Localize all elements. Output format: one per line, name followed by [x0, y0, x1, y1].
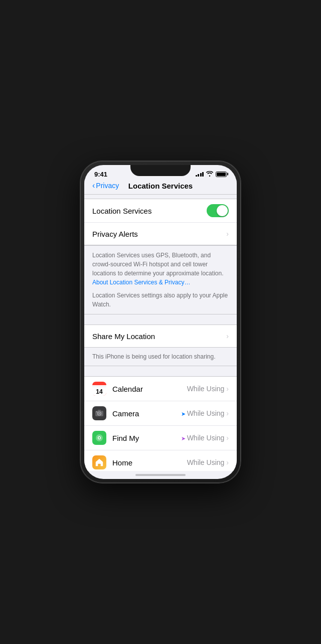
phone-screen: 9:41	[84, 165, 237, 479]
app-value-home: While Using	[187, 458, 225, 466]
share-my-location-row[interactable]: Share My Location ›	[84, 325, 237, 347]
status-icons	[196, 171, 227, 178]
privacy-alerts-label: Privacy Alerts	[92, 230, 226, 238]
app-label-camera: Camera	[112, 409, 181, 418]
app-label-findmy: Find My	[112, 434, 181, 442]
app-row-findmy[interactable]: Find My ➤While Using ›	[84, 426, 237, 450]
app-icon-home	[92, 455, 106, 469]
app-icon-camera	[92, 406, 106, 420]
app-chevron-findmy: ›	[226, 434, 229, 442]
app-value-findmy: ➤While Using	[181, 434, 225, 442]
app-chevron-camera: ›	[226, 409, 229, 417]
app-row-camera[interactable]: Camera ➤While Using ›	[84, 401, 237, 426]
svg-point-12	[99, 437, 100, 439]
app-chevron-home: ›	[226, 458, 229, 466]
status-time: 9:41	[94, 171, 107, 178]
app-label-home: Home	[112, 458, 187, 467]
toggle-thumb	[217, 205, 228, 216]
share-location-chevron: ›	[226, 332, 229, 340]
location-services-row[interactable]: Location Services	[84, 199, 237, 223]
share-location-group: Share My Location ›	[84, 325, 237, 348]
app-icon-calendar: 14	[92, 382, 106, 396]
back-chevron-icon: ‹	[92, 181, 95, 190]
location-services-group: Location Services Privacy Alerts ›	[84, 199, 237, 245]
app-icon-findmy	[92, 431, 106, 445]
apps-group: 14 Calendar While Using ›	[84, 376, 237, 471]
svg-text:14: 14	[96, 388, 103, 395]
phone-frame: 9:41	[80, 161, 241, 483]
battery-icon	[216, 172, 227, 177]
app-row-calendar[interactable]: 14 Calendar While Using ›	[84, 377, 237, 401]
description-text: Location Services uses GPS, Bluetooth, a…	[92, 251, 229, 287]
home-bar	[135, 474, 186, 476]
camera-location-icon: ➤	[181, 411, 186, 417]
content-area: Location Services Privacy Alerts › Locat…	[84, 195, 237, 471]
notch	[130, 165, 191, 176]
app-value-camera: ➤While Using	[181, 409, 225, 417]
sharing-note-text: This iPhone is being used for location s…	[92, 353, 215, 360]
wifi-icon	[206, 171, 213, 178]
app-label-calendar: Calendar	[112, 385, 187, 393]
nav-bar: ‹ Privacy Location Services	[84, 179, 237, 195]
app-row-home[interactable]: Home While Using ›	[84, 450, 237, 471]
privacy-alerts-row[interactable]: Privacy Alerts ›	[84, 223, 237, 245]
description-block: Location Services uses GPS, Bluetooth, a…	[84, 245, 237, 314]
location-services-toggle[interactable]	[207, 204, 229, 217]
sharing-note: This iPhone is being used for location s…	[84, 348, 237, 366]
signal-icon	[196, 172, 204, 177]
svg-rect-8	[98, 410, 101, 411]
svg-point-7	[98, 413, 100, 415]
about-link[interactable]: About Location Services & Privacy…	[92, 279, 190, 286]
findmy-location-icon: ➤	[181, 435, 186, 441]
location-services-label: Location Services	[92, 207, 207, 215]
svg-rect-9	[96, 412, 97, 413]
share-my-location-label: Share My Location	[92, 332, 226, 341]
back-button[interactable]: ‹ Privacy	[92, 181, 119, 190]
app-chevron-calendar: ›	[226, 385, 229, 393]
back-label: Privacy	[96, 182, 119, 190]
privacy-alerts-chevron: ›	[226, 230, 229, 238]
app-value-calendar: While Using	[187, 385, 225, 393]
page-title: Location Services	[128, 182, 193, 190]
description-text-2: Location Services settings also apply to…	[92, 291, 229, 309]
